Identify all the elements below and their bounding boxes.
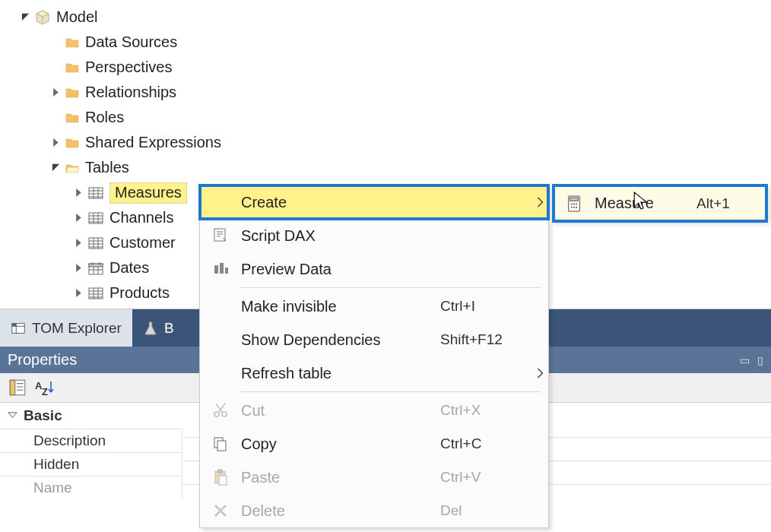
folder-open-icon bbox=[65, 162, 79, 174]
flask-icon bbox=[143, 321, 158, 336]
caret-right-icon[interactable] bbox=[73, 213, 84, 223]
menu-label: Copy bbox=[241, 435, 440, 453]
tom-explorer-icon bbox=[11, 321, 26, 336]
delete-icon bbox=[212, 502, 229, 519]
table-item-label: Measures bbox=[115, 184, 182, 201]
caret-right-icon[interactable] bbox=[50, 87, 61, 98]
tree-root-label: Model bbox=[56, 8, 97, 26]
caret-right-icon[interactable] bbox=[73, 288, 84, 299]
folder-icon bbox=[65, 137, 79, 149]
menu-item-copy[interactable]: Copy Ctrl+C bbox=[200, 427, 548, 461]
folder-icon bbox=[65, 62, 79, 74]
property-label: Hidden bbox=[0, 452, 182, 476]
calculator-icon bbox=[566, 195, 582, 212]
folder-icon bbox=[65, 36, 79, 49]
menu-shortcut: Shift+F12 bbox=[440, 331, 531, 348]
create-submenu: Measure Alt+1 bbox=[553, 185, 767, 222]
menu-separator bbox=[241, 287, 541, 288]
menu-label: Cut bbox=[241, 402, 440, 420]
menu-item-paste: Paste Ctrl+V bbox=[200, 461, 548, 494]
tree-root[interactable]: Model bbox=[6, 5, 765, 30]
table-item-label: Customer bbox=[109, 234, 176, 252]
tree-item-perspectives[interactable]: Perspectives bbox=[6, 55, 765, 80]
menu-item-show-dependencies[interactable]: Show Dependencies Shift+F12 bbox=[200, 323, 548, 356]
tab-label: B bbox=[164, 320, 174, 337]
submenu-item-measure[interactable]: Measure Alt+1 bbox=[554, 185, 766, 221]
menu-shortcut: Ctrl+C bbox=[440, 435, 531, 452]
tree-item-label: Relationships bbox=[85, 84, 176, 101]
pin-icon[interactable]: ▯ bbox=[757, 354, 763, 366]
menu-label: Show Dependencies bbox=[241, 331, 440, 349]
property-label: Name bbox=[0, 476, 182, 499]
menu-item-refresh-table[interactable]: Refresh table bbox=[200, 356, 548, 390]
folder-icon bbox=[65, 112, 79, 124]
tree-item-label: Perspectives bbox=[85, 59, 173, 76]
caret-right-icon[interactable] bbox=[73, 263, 84, 274]
categorized-icon[interactable] bbox=[8, 378, 27, 397]
table-icon bbox=[88, 236, 103, 250]
tree-item-relationships[interactable]: Relationships bbox=[6, 80, 765, 105]
tree-item-label: Data Sources bbox=[85, 33, 177, 51]
tab-tom-explorer[interactable]: TOM Explorer bbox=[0, 309, 132, 347]
selected-highlight: Measures bbox=[109, 182, 187, 204]
sort-az-icon[interactable] bbox=[35, 378, 55, 397]
menu-label: Preview Data bbox=[241, 261, 440, 278]
window-state-icon[interactable]: ▭ bbox=[740, 354, 750, 366]
table-icon bbox=[88, 287, 103, 300]
menu-item-delete: Delete Del bbox=[200, 494, 548, 527]
caret-right-icon[interactable] bbox=[73, 238, 84, 249]
cut-icon bbox=[212, 402, 229, 419]
menu-label: Delete bbox=[241, 502, 440, 520]
table-icon bbox=[88, 211, 103, 225]
caret-down-icon[interactable] bbox=[20, 12, 30, 23]
script-icon bbox=[212, 227, 229, 244]
menu-label: Make invisible bbox=[241, 298, 440, 315]
menu-shortcut: Ctrl+I bbox=[440, 298, 531, 315]
menu-separator bbox=[241, 391, 541, 392]
tab-label: TOM Explorer bbox=[32, 320, 122, 337]
context-menu: Create Script DAX Preview Data Make invi… bbox=[199, 185, 549, 528]
menu-label: Measure bbox=[595, 195, 696, 212]
preview-icon bbox=[212, 261, 229, 277]
tree-item-shared-expressions[interactable]: Shared Expressions bbox=[6, 130, 765, 155]
table-item-label: Channels bbox=[109, 209, 174, 226]
property-label: Description bbox=[0, 429, 182, 452]
copy-icon bbox=[212, 435, 229, 452]
caret-right-icon[interactable] bbox=[50, 138, 61, 148]
menu-label: Paste bbox=[241, 469, 440, 486]
menu-item-make-invisible[interactable]: Make invisible Ctrl+I bbox=[200, 290, 548, 323]
group-label: Basic bbox=[24, 407, 62, 424]
chevron-right-icon bbox=[531, 366, 548, 380]
caret-right-icon[interactable] bbox=[73, 188, 84, 198]
date-table-icon bbox=[88, 261, 103, 275]
folder-icon bbox=[65, 87, 79, 99]
menu-shortcut: Del bbox=[440, 502, 531, 519]
chevron-right-icon bbox=[531, 195, 548, 209]
table-icon bbox=[88, 186, 103, 200]
tab-active[interactable]: B bbox=[132, 309, 185, 347]
tree-item-roles[interactable]: Roles bbox=[6, 105, 765, 130]
tree-item-tables[interactable]: Tables bbox=[6, 155, 765, 180]
table-item-label: Products bbox=[109, 284, 170, 302]
menu-shortcut: Ctrl+V bbox=[440, 469, 531, 486]
menu-item-cut: Cut Ctrl+X bbox=[200, 394, 548, 427]
tree-item-label: Shared Expressions bbox=[85, 134, 221, 151]
menu-label: Refresh table bbox=[241, 365, 440, 382]
chevron-down-icon[interactable] bbox=[8, 411, 17, 421]
properties-title: Properties bbox=[8, 351, 77, 369]
caret-down-icon[interactable] bbox=[50, 163, 61, 173]
menu-shortcut: Ctrl+X bbox=[440, 402, 531, 419]
menu-item-script-dax[interactable]: Script DAX bbox=[200, 219, 548, 252]
cube-icon bbox=[35, 10, 50, 25]
menu-item-preview-data[interactable]: Preview Data bbox=[200, 252, 548, 286]
tree-item-label: Tables bbox=[85, 159, 129, 176]
menu-label: Script DAX bbox=[241, 227, 440, 245]
menu-label: Create bbox=[241, 194, 440, 211]
paste-icon bbox=[212, 469, 229, 486]
tree-item-label: Roles bbox=[85, 109, 124, 126]
table-item-label: Dates bbox=[109, 259, 149, 277]
menu-shortcut: Alt+1 bbox=[696, 195, 766, 212]
menu-item-create[interactable]: Create bbox=[200, 185, 548, 219]
tree-item-data-sources[interactable]: Data Sources bbox=[6, 30, 765, 55]
